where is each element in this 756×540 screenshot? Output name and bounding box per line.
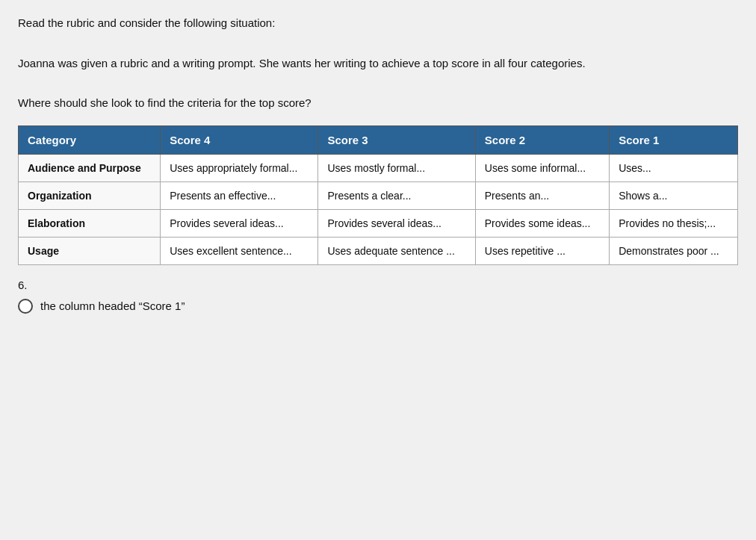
radio-button[interactable] [18,299,33,314]
row-score1-0: Uses... [610,154,738,181]
row-score2-0: Uses some informal... [475,154,609,181]
row-score3-2: Provides several ideas... [318,209,475,237]
table-row: Elaboration Provides several ideas... Pr… [19,209,738,237]
row-score2-3: Uses repetitive ... [475,237,609,264]
row-category-0: Audience and Purpose [19,154,161,181]
row-category-1: Organization [19,181,161,209]
row-score3-3: Uses adequate sentence ... [318,237,475,264]
intro-line1: Read the rubric and consider the followi… [18,15,738,32]
col-header-score3: Score 3 [318,125,475,154]
question-text: Where should she look to find the criter… [18,95,738,112]
answer-label: the column headed “Score 1” [40,300,185,312]
rubric-table: Category Score 4 Score 3 Score 2 Score 1… [18,125,738,265]
row-score3-1: Presents a clear... [318,181,475,209]
row-score4-1: Presents an effective... [161,181,318,209]
col-header-category: Category [19,125,161,154]
row-score4-0: Uses appropriately formal... [161,154,318,181]
question-number: 6. [18,279,738,291]
answer-option[interactable]: the column headed “Score 1” [18,299,738,314]
row-category-3: Usage [19,237,161,264]
row-score2-1: Presents an... [475,181,609,209]
row-score1-1: Shows a... [610,181,738,209]
col-header-score2: Score 2 [475,125,609,154]
row-score1-2: Provides no thesis;... [610,209,738,237]
row-category-2: Elaboration [19,209,161,237]
row-score4-3: Uses excellent sentence... [161,237,318,264]
row-score3-0: Uses mostly formal... [318,154,475,181]
table-row: Audience and Purpose Uses appropriately … [19,154,738,181]
table-row: Organization Presents an effective... Pr… [19,181,738,209]
col-header-score4: Score 4 [161,125,318,154]
table-row: Usage Uses excellent sentence... Uses ad… [19,237,738,264]
intro-line2: Joanna was given a rubric and a writing … [18,55,738,72]
row-score4-2: Provides several ideas... [161,209,318,237]
col-header-score1: Score 1 [610,125,738,154]
row-score2-2: Provides some ideas... [475,209,609,237]
row-score1-3: Demonstrates poor ... [610,237,738,264]
